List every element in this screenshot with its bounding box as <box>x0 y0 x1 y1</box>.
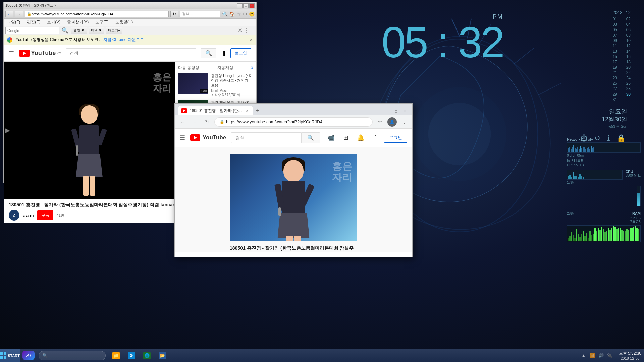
taskbar-search[interactable]: 🔍 <box>39 351 106 360</box>
yt-old-login-btn[interactable]: 로그인 <box>230 48 251 58</box>
google-search-bar[interactable]: Google <box>5 27 59 34</box>
ai-button[interactable]: Ai <box>20 349 37 362</box>
tray-volume-icon[interactable]: 🔊 <box>598 353 604 359</box>
tray-battery-icon[interactable]: 🔌 <box>607 353 613 359</box>
tab-play-icon <box>183 109 185 112</box>
chrome-minimize-btn[interactable]: — <box>383 109 391 114</box>
chrome-toolbar: ← → ↻ 🔒 https://www.youtube.com/watch?v=… <box>175 115 412 129</box>
yt-old-search-btn[interactable]: 🔍 <box>201 48 216 58</box>
sidebar-item-1[interactable]: 6:30 홍진영 Hong jin yo... [4K 직캠]방송사고 · 개인… <box>178 73 253 97</box>
more-btn[interactable]: 더보기+ <box>106 27 122 34</box>
yt-old-menu-btn[interactable]: ☰ <box>9 50 14 57</box>
video-expand-btn[interactable]: ▶ <box>5 127 10 134</box>
chrome-bookmark-btn[interactable]: ☆ <box>375 117 385 127</box>
chrome-logo-small <box>7 37 12 43</box>
chrome-close-btn[interactable]: × <box>401 109 409 114</box>
old-nav-toolbar: ← → 🔒 https://www.youtube.com/watch?v=B2… <box>4 9 256 19</box>
yt-chrome-menu-btn[interactable]: ☰ <box>180 134 185 141</box>
yt-chrome-more-btn[interactable]: ⋮ <box>369 132 381 144</box>
sidebar-header: 다음 동영상 자동재생 ℹ <box>178 65 253 71</box>
yt-chrome-search-input[interactable] <box>231 132 302 143</box>
channel-avatar: Z <box>9 210 19 221</box>
menu-edit[interactable]: 편집(E) <box>25 19 42 26</box>
autoplay-toggle[interactable]: ℹ <box>251 65 253 71</box>
menu-view[interactable]: 보기(V) <box>45 19 62 26</box>
chrome-active-tab[interactable]: 180501 홍진영 - 잘가라 (한... × <box>178 106 253 115</box>
taskbar-search-icon: 🔍 <box>42 353 48 358</box>
google-search-icon[interactable]: 🔍 <box>62 27 68 34</box>
toolbar-menu-btn[interactable]: ⋮⋮ <box>244 27 255 34</box>
menu-help[interactable]: 도움말(H) <box>114 19 135 26</box>
toolbar-close-btn[interactable]: ✕ <box>238 27 242 34</box>
ai-badge: Ai <box>22 351 35 360</box>
old-star-btn[interactable]: ☆ <box>237 11 241 17</box>
clock-widget: PM 05 : 32 <box>381 13 503 64</box>
ram-label: RAM <box>632 211 641 215</box>
clock-tray[interactable]: 오후 5:32:30 2018-12-30 <box>616 351 644 360</box>
yt-play-icon <box>23 51 26 55</box>
tray-up-arrow[interactable]: ▲ <box>581 353 587 359</box>
old-search-bar[interactable]: 검색... <box>180 11 220 17</box>
chrome-maximize-btn[interactable]: □ <box>392 109 400 114</box>
tray-network-icon[interactable]: 📶 <box>589 353 595 359</box>
taskbar: START Ai 🔍 📁 ⚙ 🌐 📂 <box>0 349 644 362</box>
start-button[interactable]: START <box>0 349 20 362</box>
taskbar-app-settings[interactable]: ⚙ <box>124 350 139 361</box>
old-refresh-btn[interactable]: ↻ <box>170 11 178 17</box>
old-home-btn[interactable]: 🏠 <box>229 11 235 17</box>
sys-monitor: Network Activity <box>567 137 641 242</box>
chrome-address-bar[interactable]: 🔒 https://www.youtube.com/watch?v=B2ipKC… <box>214 117 373 127</box>
volume-fill <box>637 193 640 206</box>
subscribe-btn[interactable]: 구독 <box>37 210 53 220</box>
old-address-bar[interactable]: 🔒 https://www.youtube.com/watch?v=B2ipKC… <box>25 11 169 17</box>
translate-btn[interactable]: 번역 ▼ <box>89 27 104 34</box>
yt-old-upload-icon[interactable]: ⬆ <box>221 49 227 57</box>
old-maximize-btn[interactable]: □ <box>243 3 249 8</box>
chrome-forward-btn[interactable]: → <box>190 117 200 127</box>
menu-tools[interactable]: 도구(T) <box>94 19 110 26</box>
yt-chrome-search-btn[interactable]: 🔍 <box>302 132 320 143</box>
network-graph <box>567 142 641 153</box>
taskbar-app-globe[interactable]: 🌐 <box>140 350 154 361</box>
chrome-more-btn[interactable]: ⋮ <box>399 117 409 127</box>
chrome-promo-close[interactable]: ✕ <box>250 38 253 42</box>
chrome-refresh-btn[interactable]: ↻ <box>202 117 212 127</box>
chrome-tab-close-btn[interactable]: × <box>244 108 250 113</box>
yt-chrome-apps-btn[interactable]: ⊞ <box>340 132 352 144</box>
day-display: 일요일 12월30일 w53 ☀ Sun <box>602 107 627 129</box>
yt-chrome-header: ☰ YouTube 🔍 📹 ⊞ 🔔 ⋮ 로그인 <box>175 129 412 147</box>
yt-chrome-video-btn[interactable]: 📹 <box>325 132 337 144</box>
yt-old-video-player: 홍은 자리 ▶ <box>4 62 175 199</box>
globe-icon: 🌐 <box>143 352 151 359</box>
chrome-download-link[interactable]: 지금 Chrome 다운로드 <box>103 37 144 43</box>
menu-file[interactable]: 파일(F) <box>5 19 22 26</box>
old-smiley-btn[interactable]: 😊 <box>249 11 255 17</box>
chrome-profile-btn[interactable]: 👤 <box>387 117 397 127</box>
old-minimize-btn[interactable]: — <box>237 3 243 8</box>
yt-chrome-thumbnail[interactable]: 홍은 자리 <box>230 154 357 241</box>
calendar-grid: 0102 0304 0506 0708 0910 1112 1314 1516 … <box>604 17 631 102</box>
chrome-browser-window: 180501 홍진영 - 잘가라 (한... × + — □ × ← → ↻ 🔒… <box>174 103 413 257</box>
old-settings-btn[interactable]: ⚙ <box>243 11 247 17</box>
old-back-btn[interactable]: ← <box>5 11 13 17</box>
old-search-btn[interactable]: 🔍 <box>222 11 228 17</box>
taskbar-app-explorer[interactable]: 📂 <box>155 350 169 361</box>
ram-section: 28% RAM 2.2 GB of 7.9 GB <box>567 211 641 224</box>
svg-point-7 <box>413 87 506 181</box>
yt-old-search-input[interactable] <box>66 48 196 58</box>
yt-chrome-login-btn[interactable]: 로그인 <box>384 133 407 143</box>
yt-chrome-logo: YouTube <box>190 134 226 141</box>
menu-favorites[interactable]: 즐겨찾기(A) <box>65 19 90 26</box>
cpu-label: CPU <box>625 170 641 174</box>
singer-mic <box>76 145 78 156</box>
capture-btn[interactable]: 캡처 ▼ <box>71 27 87 34</box>
old-close-btn[interactable]: × <box>249 3 255 8</box>
old-forward-btn[interactable]: → <box>15 11 23 17</box>
taskbar-app-file-manager[interactable]: 📁 <box>109 350 123 361</box>
gpu-graph <box>567 225 641 242</box>
yt-chrome-bell-btn[interactable]: 🔔 <box>355 132 367 144</box>
singer-head <box>81 105 98 124</box>
chrome-titlebar: 180501 홍진영 - 잘가라 (한... × + — □ × <box>175 104 412 115</box>
chrome-back-btn[interactable]: ← <box>178 117 187 127</box>
chrome-new-tab-btn[interactable]: + <box>253 106 262 115</box>
